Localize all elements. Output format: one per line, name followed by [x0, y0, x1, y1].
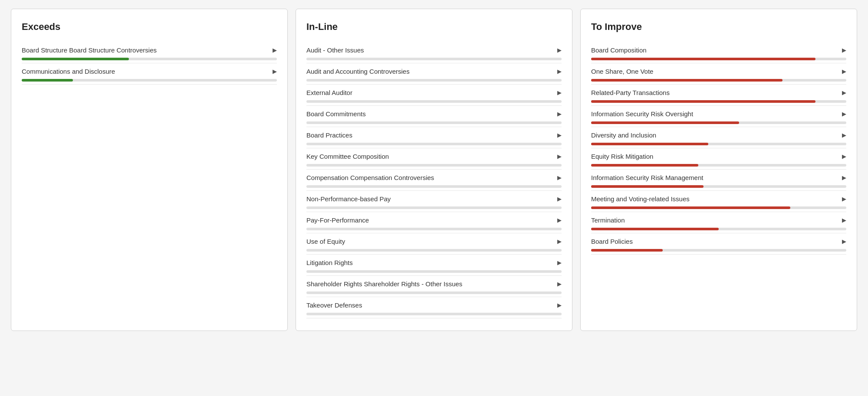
divider — [22, 84, 277, 85]
bar-track — [306, 143, 562, 145]
bar-track — [591, 185, 846, 188]
list-item-label: Board Commitments — [306, 110, 554, 118]
list-item[interactable]: Board Commitments▶ — [306, 106, 562, 119]
list-item[interactable]: Takeover Defenses▶ — [306, 297, 562, 311]
chevron-icon: ▶ — [273, 47, 277, 53]
panel-inline: In-LineAudit - Other Issues▶Audit and Ac… — [296, 9, 572, 331]
chevron-icon: ▶ — [842, 47, 846, 53]
list-item[interactable]: Pay-For-Performance▶ — [306, 212, 562, 226]
bar-track — [591, 143, 846, 145]
chevron-icon: ▶ — [557, 217, 562, 223]
chevron-icon: ▶ — [557, 111, 562, 117]
list-item-label: Related-Party Transactions — [591, 89, 838, 96]
bar-track — [306, 100, 562, 103]
list-item[interactable]: Information Security Risk Management▶ — [591, 170, 846, 183]
chevron-icon: ▶ — [557, 47, 562, 53]
bar-fill — [591, 143, 708, 145]
list-item[interactable]: Audit - Other Issues▶ — [306, 42, 562, 56]
chevron-icon: ▶ — [842, 174, 846, 181]
chevron-icon: ▶ — [557, 89, 562, 96]
panel-title-inline: In-Line — [306, 21, 562, 33]
bar-fill — [591, 100, 815, 103]
chevron-icon: ▶ — [557, 302, 562, 308]
list-item[interactable]: Board Composition▶ — [591, 42, 846, 56]
bar-track — [306, 270, 562, 273]
bar-fill — [591, 58, 815, 60]
list-item[interactable]: Shareholder Rights Shareholder Rights - … — [306, 276, 562, 289]
chevron-icon: ▶ — [557, 238, 562, 245]
list-item[interactable]: Use of Equity▶ — [306, 233, 562, 247]
panel-title-exceeds: Exceeds — [22, 21, 277, 33]
list-item-label: Information Security Risk Oversight — [591, 110, 838, 118]
bar-fill — [591, 206, 790, 209]
list-item-label: Shareholder Rights Shareholder Rights - … — [306, 280, 554, 288]
list-item-label: Equity Risk Mitigation — [591, 153, 838, 160]
list-item[interactable]: Non-Performance-based Pay▶ — [306, 191, 562, 204]
list-item[interactable]: Board Structure Board Structure Controve… — [22, 42, 277, 56]
chevron-icon: ▶ — [842, 68, 846, 75]
bar-track — [591, 79, 846, 82]
list-item-label: Use of Equity — [306, 238, 554, 245]
list-item[interactable]: Key Committee Composition▶ — [306, 148, 562, 162]
chevron-icon: ▶ — [842, 153, 846, 160]
bar-track — [22, 58, 277, 60]
divider — [591, 254, 846, 255]
chevron-icon: ▶ — [842, 217, 846, 223]
bar-fill — [591, 79, 783, 82]
chevron-icon: ▶ — [557, 259, 562, 266]
list-item[interactable]: Compensation Compensation Controversies▶ — [306, 170, 562, 183]
bar-fill — [591, 185, 704, 188]
list-item-label: Litigation Rights — [306, 259, 554, 266]
list-item-label: Communications and Disclosure — [22, 68, 269, 75]
list-item-label: Pay-For-Performance — [306, 216, 554, 224]
bar-track — [306, 164, 562, 167]
list-item[interactable]: Information Security Risk Oversight▶ — [591, 106, 846, 119]
chevron-icon: ▶ — [557, 196, 562, 202]
list-item-label: External Auditor — [306, 89, 554, 96]
list-item[interactable]: Litigation Rights▶ — [306, 255, 562, 268]
list-item[interactable]: Board Practices▶ — [306, 127, 562, 141]
bar-track — [591, 228, 846, 230]
main-container: ExceedsBoard Structure Board Structure C… — [11, 9, 857, 331]
list-item-label: Meeting and Voting-related Issues — [591, 195, 838, 203]
bar-track — [306, 228, 562, 230]
list-item-label: Non-Performance-based Pay — [306, 195, 554, 203]
bar-track — [591, 100, 846, 103]
bar-track — [306, 206, 562, 209]
list-item[interactable]: Communications and Disclosure▶ — [22, 63, 277, 77]
chevron-icon: ▶ — [273, 68, 277, 75]
bar-fill — [591, 249, 663, 252]
panel-title-toimprove: To Improve — [591, 21, 846, 33]
list-item[interactable]: Board Policies▶ — [591, 233, 846, 247]
bar-track — [306, 313, 562, 315]
chevron-icon: ▶ — [842, 238, 846, 245]
list-item[interactable]: Equity Risk Mitigation▶ — [591, 148, 846, 162]
list-item-label: Information Security Risk Management — [591, 174, 838, 181]
chevron-icon: ▶ — [557, 68, 562, 75]
bar-track — [306, 249, 562, 252]
list-item-label: Audit - Other Issues — [306, 46, 554, 54]
list-item-label: Key Committee Composition — [306, 153, 554, 160]
chevron-icon: ▶ — [557, 281, 562, 287]
list-item[interactable]: Termination▶ — [591, 212, 846, 226]
bar-track — [306, 121, 562, 124]
list-item-label: Board Composition — [591, 46, 838, 54]
bar-track — [306, 185, 562, 188]
bar-fill — [22, 58, 129, 60]
bar-track — [591, 206, 846, 209]
chevron-icon: ▶ — [842, 111, 846, 117]
list-item[interactable]: One Share, One Vote▶ — [591, 63, 846, 77]
list-item[interactable]: Diversity and Inclusion▶ — [591, 127, 846, 141]
list-item-label: Takeover Defenses — [306, 301, 554, 309]
bar-fill — [591, 228, 719, 230]
list-item[interactable]: Meeting and Voting-related Issues▶ — [591, 191, 846, 204]
list-item-label: Compensation Compensation Controversies — [306, 174, 554, 181]
bar-track — [22, 79, 277, 82]
list-item[interactable]: Related-Party Transactions▶ — [591, 85, 846, 98]
chevron-icon: ▶ — [842, 132, 846, 138]
list-item-label: Termination — [591, 216, 838, 224]
list-item[interactable]: Audit and Accounting Controversies▶ — [306, 63, 562, 77]
list-item[interactable]: External Auditor▶ — [306, 85, 562, 98]
chevron-icon: ▶ — [557, 174, 562, 181]
list-item-label: Audit and Accounting Controversies — [306, 68, 554, 75]
